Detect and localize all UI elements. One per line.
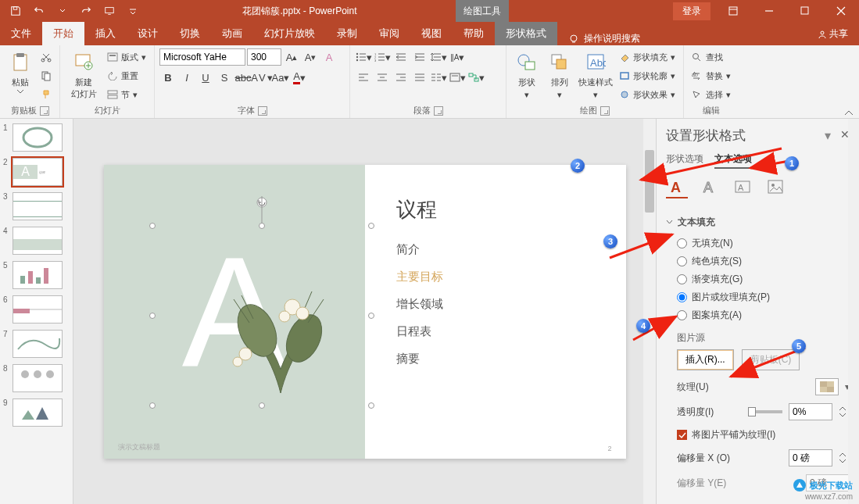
thumbnail-7[interactable]: 7	[3, 330, 70, 358]
redo-button[interactable]	[75, 2, 97, 20]
radio-pattern-fill[interactable]: 图案填充(A)	[677, 309, 850, 322]
arrange-button[interactable]: 排列▾	[544, 48, 575, 102]
pane-options-dropdown[interactable]: ▾	[825, 128, 831, 143]
tab-slideshow[interactable]: 幻灯片放映	[253, 22, 326, 45]
justify-button[interactable]	[411, 69, 428, 86]
radio-picture-fill[interactable]: 图片或纹理填充(P)	[677, 291, 850, 304]
align-right-button[interactable]	[392, 69, 410, 86]
drawing-dialog-launcher[interactable]	[600, 106, 610, 116]
tab-help[interactable]: 帮助	[453, 22, 495, 45]
thumbnail-8[interactable]: 8	[3, 364, 70, 392]
tab-review[interactable]: 审阅	[368, 22, 410, 45]
increase-font-button[interactable]: A▴	[283, 48, 300, 66]
format-painter-button[interactable]	[38, 86, 55, 103]
shape-fill-button[interactable]: 形状填充 ▾	[616, 48, 678, 66]
font-size-combo[interactable]: 300	[247, 48, 281, 66]
columns-button[interactable]: ▾	[430, 69, 447, 86]
change-case-button[interactable]: Aa▾	[272, 69, 289, 86]
minimize-button[interactable]	[751, 0, 787, 22]
radio-no-fill[interactable]: 无填充(N)	[677, 237, 850, 250]
underline-button[interactable]: U	[197, 69, 214, 86]
section-button[interactable]: 节 ▾	[104, 86, 149, 103]
text-effects-icon[interactable]: A	[699, 177, 721, 198]
quick-styles-button[interactable]: Abc 快速样式▾	[577, 48, 614, 102]
replace-button[interactable]: ab替换 ▾	[689, 67, 734, 84]
textbox-icon[interactable]: A	[732, 177, 753, 198]
tile-checkbox[interactable]: 将图片平铺为纹理(I)	[677, 428, 850, 441]
start-from-beginning-button[interactable]	[98, 2, 120, 20]
italic-button[interactable]: I	[178, 69, 195, 86]
tell-me-search[interactable]: 操作说明搜索	[557, 32, 651, 45]
offset-x-input[interactable]	[789, 449, 832, 466]
select-button[interactable]: 选择 ▾	[689, 86, 734, 103]
tab-record[interactable]: 录制	[326, 22, 368, 45]
clear-formatting-button[interactable]: A	[320, 48, 338, 66]
new-slide-button[interactable]: 新建 幻灯片	[65, 48, 102, 102]
maximize-button[interactable]	[787, 0, 823, 22]
thumbnail-5[interactable]: 5	[3, 261, 70, 289]
undo-dropdown[interactable]	[52, 2, 73, 20]
smartart-button[interactable]: ▾	[467, 69, 485, 86]
shape-outline-button[interactable]: 形状轮廓 ▾	[616, 67, 678, 84]
layout-button[interactable]: 版式 ▾	[104, 48, 149, 66]
align-left-button[interactable]	[355, 69, 372, 86]
paste-button[interactable]: 粘贴	[5, 48, 36, 95]
clipboard-picture-button[interactable]: 剪贴板(C)	[742, 349, 800, 370]
qat-customize-dropdown[interactable]	[122, 2, 144, 20]
tab-design[interactable]: 设计	[127, 22, 169, 45]
tab-animations[interactable]: 动画	[211, 22, 253, 45]
slide-canvas[interactable]: A	[73, 119, 656, 504]
tab-transitions[interactable]: 切换	[169, 22, 211, 45]
increase-indent-button[interactable]	[411, 48, 428, 66]
save-button[interactable]	[5, 2, 27, 20]
font-dialog-launcher[interactable]	[258, 106, 267, 116]
cut-button[interactable]	[38, 48, 55, 66]
share-button[interactable]: 共享	[807, 23, 859, 45]
ribbon-display-button[interactable]	[715, 0, 751, 22]
font-color-button[interactable]: A▾	[291, 69, 308, 86]
tab-insert[interactable]: 插入	[84, 22, 127, 45]
thumbnail-3[interactable]: 3	[3, 192, 70, 220]
copy-button[interactable]	[38, 67, 55, 84]
text-fill-section-header[interactable]: 文本填充	[666, 216, 850, 229]
font-name-combo[interactable]: Microsoft YaHe	[159, 48, 245, 66]
tab-shape-format[interactable]: 形状格式	[495, 22, 557, 45]
text-fill-outline-icon[interactable]: A	[666, 177, 688, 198]
shape-effects-button[interactable]: 形状效果 ▾	[616, 86, 678, 103]
shapes-button[interactable]: 形状▾	[511, 48, 542, 102]
selection-box[interactable]	[152, 226, 371, 406]
thumbnail-6[interactable]: 6	[3, 295, 70, 323]
radio-solid-fill[interactable]: 纯色填充(S)	[677, 255, 850, 268]
tab-view[interactable]: 视图	[410, 22, 453, 45]
text-direction-button[interactable]: ‖A▾	[449, 48, 466, 66]
thumbnail-2[interactable]: 2A议程	[3, 158, 70, 186]
thumbnail-panel[interactable]: 1 2A议程 3 4 5 6 7 8 9	[0, 119, 73, 504]
decrease-font-button[interactable]: A▾	[302, 48, 319, 66]
picture-icon[interactable]	[764, 177, 786, 198]
line-spacing-button[interactable]: ▾	[430, 48, 447, 66]
tab-home[interactable]: 开始	[42, 22, 84, 45]
tab-file[interactable]: 文件	[0, 22, 42, 45]
close-button[interactable]	[823, 0, 859, 22]
numbering-button[interactable]: 123▾	[374, 48, 391, 66]
align-text-button[interactable]: ▾	[449, 69, 466, 86]
pane-tab-shape-options[interactable]: 形状选项	[666, 152, 703, 169]
clipboard-dialog-launcher[interactable]	[40, 106, 49, 116]
character-spacing-button[interactable]: AV▾	[253, 69, 270, 86]
paragraph-dialog-launcher[interactable]	[434, 106, 443, 116]
thumbnail-9[interactable]: 9	[3, 399, 70, 427]
find-button[interactable]: 查找	[689, 48, 734, 66]
login-button[interactable]: 登录	[673, 2, 710, 20]
transparency-slider[interactable]	[751, 410, 782, 413]
shadow-button[interactable]: S	[216, 69, 233, 86]
thumbnail-4[interactable]: 4	[3, 227, 70, 255]
pane-scrollbar[interactable]	[848, 119, 859, 504]
reset-button[interactable]: 重置	[104, 67, 149, 84]
strikethrough-button[interactable]: abc	[234, 69, 252, 86]
transparency-input[interactable]	[789, 403, 832, 420]
bullets-button[interactable]: ▾	[355, 48, 372, 66]
bold-button[interactable]: B	[159, 69, 177, 86]
decrease-indent-button[interactable]	[392, 48, 410, 66]
insert-picture-button[interactable]: 插入(R)...	[677, 349, 734, 370]
radio-gradient-fill[interactable]: 渐变填充(G)	[677, 273, 850, 286]
